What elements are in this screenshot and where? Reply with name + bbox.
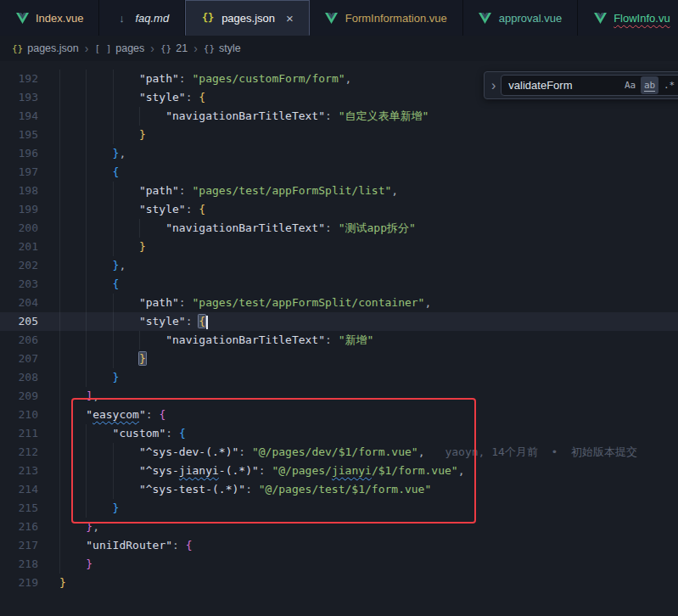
line-number[interactable]: 198 (0, 182, 59, 200)
find-input[interactable]: validateForm Aa ab .* (501, 75, 678, 96)
code-line-196[interactable]: 196}, (0, 144, 678, 163)
code-token: -(.*)" (219, 464, 259, 477)
line-content[interactable]: "navigationBarTitleText": "新增" (59, 331, 678, 350)
code-line-209[interactable]: 209], (0, 387, 678, 406)
code-line-213[interactable]: 213"^sys-jianyi-(.*)": "@/pages/jianyi/$… (0, 462, 678, 480)
line-number[interactable]: 197 (0, 163, 59, 182)
code-line-217[interactable]: 217"uniIdRouter": { (0, 536, 678, 555)
line-number[interactable]: 201 (0, 238, 59, 256)
code-line-211[interactable]: 211"custom": { (0, 424, 678, 443)
code-line-195[interactable]: 195} (0, 126, 678, 144)
line-number[interactable]: 194 (0, 107, 59, 126)
breadcrumb-item-style[interactable]: {}style (204, 42, 241, 54)
line-content[interactable]: }, (59, 256, 678, 275)
code-line-199[interactable]: 199"style": { (0, 200, 678, 219)
line-content[interactable]: { (59, 275, 678, 294)
close-icon[interactable]: × (286, 12, 294, 25)
line-content[interactable]: }, (59, 518, 678, 536)
line-content[interactable]: { (59, 163, 678, 182)
find-input-value[interactable]: validateForm (508, 79, 619, 92)
line-number[interactable]: 193 (0, 88, 59, 107)
line-number[interactable]: 203 (0, 275, 59, 294)
line-number[interactable]: 213 (0, 462, 59, 480)
line-content[interactable]: "style": { (59, 312, 678, 331)
code-line-198[interactable]: 198"path": "pages/test/appFormSplit/list… (0, 182, 678, 200)
line-content[interactable]: "custom": { (59, 424, 678, 443)
code-line-208[interactable]: 208} (0, 368, 678, 387)
code-line-204[interactable]: 204"path": "pages/test/appFormSplit/cont… (0, 294, 678, 312)
code-line-216[interactable]: 216}, (0, 518, 678, 536)
line-number[interactable]: 212 (0, 443, 59, 462)
line-number[interactable]: 195 (0, 126, 59, 144)
line-content[interactable]: ], (59, 387, 678, 406)
code-line-202[interactable]: 202}, (0, 256, 678, 275)
line-content[interactable]: } (59, 238, 678, 256)
tab-approval.vue[interactable]: approval.vue (463, 0, 578, 36)
code-line-212[interactable]: 212"^sys-dev-(.*)": "@/pages/dev/$1/form… (0, 443, 678, 462)
line-number[interactable]: 209 (0, 387, 59, 406)
code-line-214[interactable]: 214"^sys-test-(.*)": "@/pages/test/$1/fo… (0, 480, 678, 499)
line-content[interactable]: } (59, 555, 678, 574)
line-number[interactable]: 210 (0, 406, 59, 424)
tab-Index.vue[interactable]: Index.vue (0, 0, 99, 36)
tab-FormInformation.vue[interactable]: FormInformation.vue (310, 0, 463, 36)
line-number[interactable]: 208 (0, 368, 59, 387)
indent-guide (113, 107, 139, 126)
code-line-210[interactable]: 210"easycom": { (0, 406, 678, 424)
line-content[interactable]: "uniIdRouter": { (59, 536, 678, 555)
line-content[interactable]: } (59, 574, 678, 592)
whole-word-icon[interactable]: ab (641, 76, 658, 94)
line-content[interactable]: "easycom": { (59, 406, 678, 424)
code-line-218[interactable]: 218} (0, 555, 678, 574)
line-content[interactable]: "navigationBarTitleText": "自定义表单新增" (59, 107, 678, 126)
line-content[interactable]: "style": { (59, 200, 678, 219)
line-content[interactable]: } (59, 499, 678, 518)
line-number[interactable]: 206 (0, 331, 59, 350)
line-content[interactable]: "path": "pages/test/appFormSplit/list", (59, 182, 678, 200)
line-content[interactable]: "^sys-test-(.*)": "@/pages/test/$1/form.… (59, 480, 678, 499)
code-line-205[interactable]: 205"style": { (0, 312, 678, 331)
line-number[interactable]: 199 (0, 200, 59, 219)
code-line-207[interactable]: 207} (0, 350, 678, 368)
tab-FlowInfo.vu[interactable]: FlowInfo.vu (578, 0, 678, 36)
line-number[interactable]: 202 (0, 256, 59, 275)
breadcrumb-item-21[interactable]: {}21 (160, 42, 188, 54)
code-line-206[interactable]: 206"navigationBarTitleText": "新增" (0, 331, 678, 350)
line-number[interactable]: 200 (0, 219, 59, 238)
line-content[interactable]: }, (59, 144, 678, 163)
code-line-203[interactable]: 203{ (0, 275, 678, 294)
find-toggle-chevron[interactable]: › (491, 79, 496, 92)
breadcrumb-item-pages.json[interactable]: {}pages.json (12, 42, 79, 54)
code-line-201[interactable]: 201} (0, 238, 678, 256)
tab-pages.json[interactable]: {}pages.json× (185, 0, 310, 36)
line-number[interactable]: 205 (0, 312, 59, 331)
line-number[interactable]: 217 (0, 536, 59, 555)
code-line-219[interactable]: 219} (0, 574, 678, 592)
code-line-215[interactable]: 215} (0, 499, 678, 518)
code-line-200[interactable]: 200"navigationBarTitleText": "测试app拆分" (0, 219, 678, 238)
code-line-194[interactable]: 194"navigationBarTitleText": "自定义表单新增" (0, 107, 678, 126)
code-line-197[interactable]: 197{ (0, 163, 678, 182)
line-content[interactable]: "^sys-dev-(.*)": "@/pages/dev/$1/form.vu… (59, 443, 678, 462)
line-number[interactable]: 214 (0, 480, 59, 499)
match-case-icon[interactable]: Aa (621, 76, 639, 94)
line-number[interactable]: 219 (0, 574, 59, 592)
line-number[interactable]: 218 (0, 555, 59, 574)
line-content[interactable]: "path": "pages/test/appFormSplit/contain… (59, 294, 678, 312)
regex-icon[interactable]: .* (660, 76, 678, 94)
line-content[interactable]: } (59, 368, 678, 387)
indent-guide (139, 331, 165, 350)
line-number[interactable]: 192 (0, 70, 59, 88)
line-content[interactable]: "navigationBarTitleText": "测试app拆分" (59, 219, 678, 238)
tab-faq.md[interactable]: ↓faq.md (99, 0, 185, 36)
line-number[interactable]: 211 (0, 424, 59, 443)
breadcrumb-item-pages[interactable]: [ ]pages (94, 42, 144, 54)
line-content[interactable]: } (59, 350, 678, 368)
line-number[interactable]: 204 (0, 294, 59, 312)
line-number[interactable]: 216 (0, 518, 59, 536)
line-content[interactable]: } (59, 126, 678, 144)
line-content[interactable]: "^sys-jianyi-(.*)": "@/pages/jianyi/$1/f… (59, 462, 678, 480)
line-number[interactable]: 207 (0, 350, 59, 368)
line-number[interactable]: 215 (0, 499, 59, 518)
line-number[interactable]: 196 (0, 144, 59, 163)
